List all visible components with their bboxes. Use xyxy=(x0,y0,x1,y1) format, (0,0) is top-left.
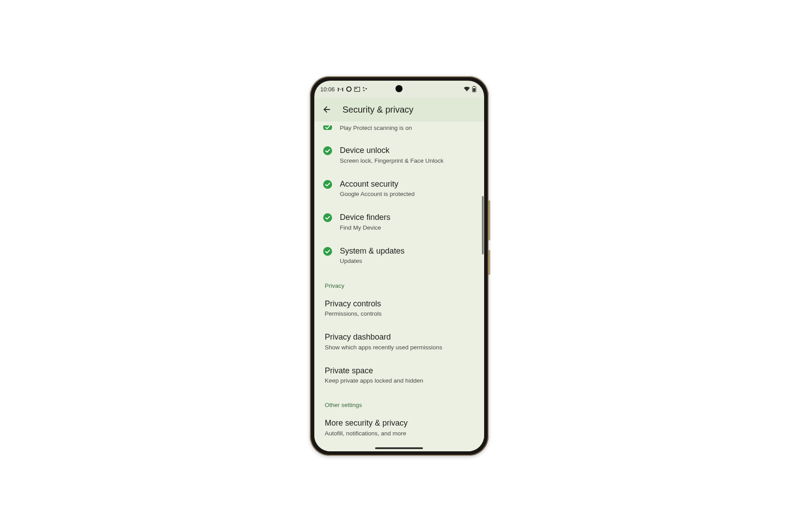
item-subtitle: Google Account is protected xyxy=(340,190,473,198)
svg-point-0 xyxy=(347,87,351,91)
check-badge-icon xyxy=(323,146,332,155)
circle-icon xyxy=(346,86,352,92)
svg-rect-2 xyxy=(356,88,357,89)
svg-rect-8 xyxy=(473,88,475,91)
check-badge-icon xyxy=(323,213,332,222)
arrow-back-icon xyxy=(322,105,332,114)
item-title: Device finders xyxy=(340,212,473,223)
item-subtitle: Autofill, notifications, and more xyxy=(325,430,473,438)
status-time: 10:06 xyxy=(321,86,335,93)
camera-hole xyxy=(395,85,403,92)
item-subtitle: Permissions, controls xyxy=(325,310,473,318)
power-button xyxy=(489,250,490,275)
list-item-private-space[interactable]: Private space Keep private apps locked a… xyxy=(314,359,484,392)
item-title: Account security xyxy=(340,179,473,189)
content[interactable]: Play Protect scanning is on Device unloc… xyxy=(314,121,484,451)
list-item-account-security[interactable]: Account security Google Account is prote… xyxy=(314,172,484,206)
svg-point-12 xyxy=(323,213,332,222)
battery-icon xyxy=(472,86,476,92)
svg-rect-1 xyxy=(355,87,360,91)
check-badge-icon xyxy=(323,247,332,256)
app-bar: Security & privacy xyxy=(314,98,484,121)
item-title: System & updates xyxy=(340,246,473,256)
section-header-other: Other settings xyxy=(314,392,484,411)
svg-point-5 xyxy=(363,90,364,91)
phone-frame: 10:06 xyxy=(310,76,489,456)
item-subtitle: Find My Device xyxy=(340,224,473,232)
svg-point-3 xyxy=(363,87,364,88)
item-title: Privacy dashboard xyxy=(325,332,473,342)
scrollbar-thumb[interactable] xyxy=(482,196,484,254)
svg-point-13 xyxy=(323,247,332,256)
check-badge-icon xyxy=(323,125,332,130)
list-item-play-protect[interactable]: Play Protect scanning is on xyxy=(314,121,484,138)
wifi-icon xyxy=(463,86,470,92)
section-header-privacy: Privacy xyxy=(314,273,484,292)
item-subtitle: Keep private apps locked and hidden xyxy=(325,377,473,385)
volume-button xyxy=(489,200,490,240)
gesture-bar[interactable] xyxy=(375,447,423,449)
page-title: Security & privacy xyxy=(343,105,414,115)
back-button[interactable] xyxy=(321,104,332,115)
item-subtitle: Updates xyxy=(340,257,473,265)
list-item-device-unlock[interactable]: Device unlock Screen lock, Fingerprint &… xyxy=(314,138,484,172)
svg-point-10 xyxy=(323,146,332,155)
item-subtitle: Screen lock, Fingerprint & Face Unlock xyxy=(340,157,473,165)
list-item-more-security-privacy[interactable]: More security & privacy Autofill, notifi… xyxy=(314,411,484,445)
screen: 10:06 xyxy=(314,81,484,451)
card-icon xyxy=(354,87,360,92)
item-title: Private space xyxy=(325,366,473,376)
item-title: More security & privacy xyxy=(325,418,473,428)
item-title: Privacy controls xyxy=(325,299,473,309)
gmail-icon xyxy=(337,87,344,92)
svg-point-4 xyxy=(365,88,367,89)
check-badge-icon xyxy=(323,180,332,189)
item-subtitle: Show which apps recently used permission… xyxy=(325,344,473,352)
svg-point-11 xyxy=(323,180,332,189)
list-item-privacy-dashboard[interactable]: Privacy dashboard Show which apps recent… xyxy=(314,325,484,359)
item-subtitle: Play Protect scanning is on xyxy=(340,124,473,132)
dots-icon xyxy=(363,87,367,91)
list-item-device-finders[interactable]: Device finders Find My Device xyxy=(314,205,484,239)
list-item-system-updates[interactable]: System & updates Updates xyxy=(314,239,484,273)
item-title: Device unlock xyxy=(340,145,473,156)
list-item-privacy-controls[interactable]: Privacy controls Permissions, controls xyxy=(314,292,484,325)
